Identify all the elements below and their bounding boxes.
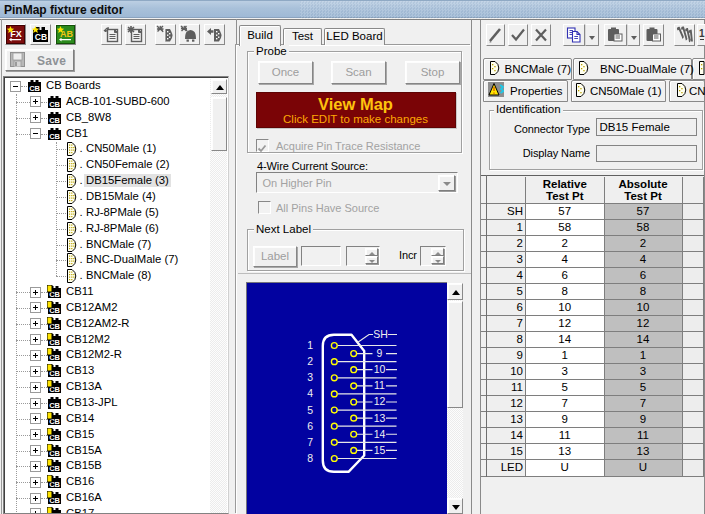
svg-text:CB: CB (35, 32, 47, 42)
svg-text:CB: CB (49, 131, 60, 140)
svg-text:5: 5 (307, 404, 313, 416)
svg-text:9: 9 (377, 347, 383, 359)
svg-text:14: 14 (374, 428, 386, 440)
svg-text:CB: CB (49, 115, 60, 124)
svg-text:4: 4 (307, 387, 313, 399)
svg-text:10: 10 (374, 363, 386, 375)
svg-text:SH: SH (373, 328, 388, 340)
svg-text:15: 15 (374, 444, 386, 456)
svg-text:CB: CB (49, 99, 60, 108)
svg-text:13: 13 (374, 412, 386, 424)
svg-text:6: 6 (307, 420, 313, 432)
svg-text:8: 8 (307, 452, 313, 464)
svg-text:1: 1 (699, 28, 705, 39)
svg-text:12: 12 (374, 395, 386, 407)
svg-text:2: 2 (307, 355, 313, 367)
svg-text:7: 7 (307, 436, 313, 448)
svg-text:3: 3 (307, 371, 313, 383)
svg-text:CB: CB (29, 84, 40, 93)
svg-text:CB: CB (49, 401, 60, 410)
svg-text:1: 1 (307, 339, 313, 351)
svg-text:11: 11 (374, 379, 385, 391)
